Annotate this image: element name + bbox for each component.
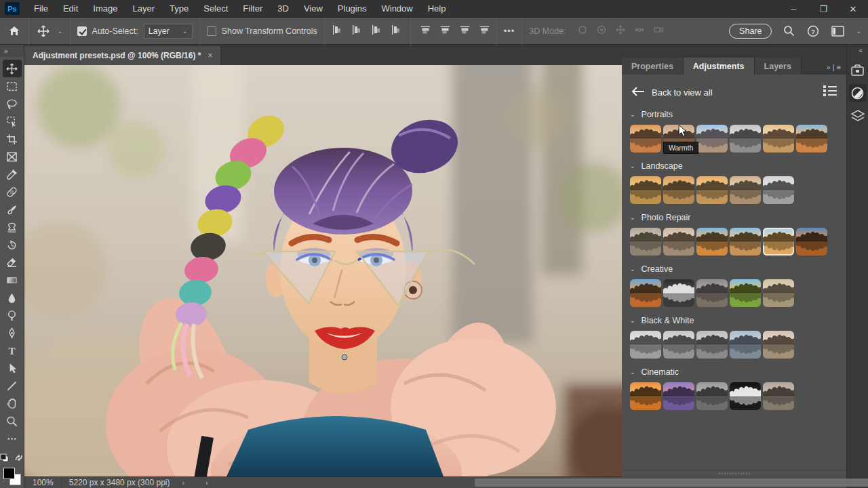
frame-tool[interactable]	[3, 148, 22, 165]
swap-colors-icon[interactable]	[14, 453, 24, 465]
status-nav-arrows[interactable]: › ‹	[176, 479, 217, 487]
auto-select-checkbox[interactable]	[77, 26, 87, 36]
preset-thumbnail[interactable]	[730, 228, 761, 256]
preset-thumbnail[interactable]	[730, 279, 761, 307]
section-title[interactable]: Photo Repair	[642, 213, 691, 222]
adjustments-panel-icon[interactable]	[849, 84, 867, 102]
preset-thumbnail[interactable]: Warmth	[663, 125, 694, 152]
menu-view[interactable]: View	[296, 0, 330, 17]
menu-filter[interactable]: Filter	[235, 0, 270, 17]
clone-stamp-tool[interactable]	[3, 218, 22, 236]
section-title[interactable]: Landscape	[642, 161, 683, 171]
preset-thumbnail[interactable]	[763, 125, 794, 152]
menu-layer[interactable]: Layer	[125, 0, 163, 17]
search-icon[interactable]	[781, 24, 796, 39]
section-title[interactable]: Black & White	[642, 316, 694, 325]
preset-thumbnail[interactable]	[630, 279, 661, 307]
more-options-icon[interactable]: •••	[497, 26, 522, 36]
close-button[interactable]: ✕	[838, 0, 868, 18]
zoom-level[interactable]: 100%	[24, 478, 62, 487]
crop-tool[interactable]	[3, 130, 22, 148]
align-bottom-icon[interactable]	[457, 26, 469, 36]
menu-3d[interactable]: 3D	[270, 0, 296, 17]
panel-menu-icons[interactable]: » | ≡	[826, 63, 841, 71]
preset-thumbnail[interactable]	[763, 382, 794, 410]
line-tool[interactable]	[3, 377, 22, 394]
panel-resize-grip[interactable]	[622, 470, 846, 476]
chevron-down-icon[interactable]: ⌄	[630, 111, 635, 118]
document-canvas[interactable]	[24, 65, 622, 476]
menu-select[interactable]: Select	[196, 0, 235, 17]
preset-thumbnail[interactable]	[730, 176, 761, 204]
show-transform-checkbox[interactable]	[207, 26, 216, 36]
eyedropper-tool[interactable]	[3, 165, 22, 183]
preset-thumbnail[interactable]	[730, 125, 761, 152]
3d-pan-icon[interactable]	[615, 24, 626, 38]
preset-thumbnail[interactable]	[663, 228, 694, 256]
preset-thumbnail[interactable]	[663, 176, 694, 204]
chevron-down-icon[interactable]: ⌄	[58, 28, 63, 35]
restore-button[interactable]: ❐	[808, 0, 838, 18]
preset-thumbnail[interactable]	[763, 228, 794, 256]
healing-brush-tool[interactable]	[3, 183, 22, 201]
brush-tool[interactable]	[3, 201, 22, 218]
preset-thumbnail[interactable]	[630, 331, 661, 359]
marquee-tool[interactable]	[3, 77, 22, 95]
menu-edit[interactable]: Edit	[56, 0, 85, 17]
history-brush-tool[interactable]	[3, 236, 22, 253]
workspace-switcher-icon[interactable]	[830, 24, 845, 39]
path-selection-tool[interactable]	[3, 359, 22, 377]
preset-thumbnail[interactable]	[696, 382, 728, 410]
3d-camera-icon[interactable]	[653, 24, 664, 38]
distribute-v-icon[interactable]	[477, 26, 489, 36]
chevron-down-icon[interactable]: ⌄	[630, 266, 635, 272]
3d-roll-icon[interactable]	[596, 24, 607, 38]
section-title[interactable]: Creative	[642, 264, 673, 274]
tab-adjustments[interactable]: Adjustments	[684, 58, 755, 75]
blur-tool[interactable]	[3, 289, 22, 306]
menu-window[interactable]: Window	[374, 0, 420, 17]
type-tool[interactable]: T	[3, 342, 22, 359]
section-title[interactable]: Cinematic	[642, 367, 679, 377]
document-tab[interactable]: Adjustment presets.psd @ 100% (RGB/16) *…	[24, 46, 221, 65]
chevron-down-icon[interactable]: ⌄	[630, 317, 635, 324]
preset-thumbnail[interactable]	[696, 228, 728, 256]
horizontal-scrollbar[interactable]	[475, 479, 868, 487]
preset-thumbnail[interactable]	[696, 279, 728, 307]
close-tab-icon[interactable]: ×	[208, 51, 212, 60]
chevron-down-icon[interactable]: ⌄	[630, 214, 635, 221]
object-selection-tool[interactable]	[3, 113, 22, 130]
align-right-icon[interactable]	[372, 25, 382, 37]
preset-thumbnail[interactable]	[763, 331, 794, 359]
preset-thumbnail[interactable]	[663, 382, 694, 410]
align-top-icon[interactable]	[418, 26, 430, 36]
auto-select-target-dropdown[interactable]: Layer ⌄	[144, 24, 193, 39]
chevron-down-icon[interactable]: ⌄	[856, 28, 861, 35]
3d-slide-icon[interactable]	[634, 24, 645, 38]
list-view-icon[interactable]	[823, 85, 837, 98]
home-icon[interactable]	[7, 24, 22, 39]
preset-thumbnail[interactable]	[696, 331, 728, 359]
back-arrow-icon[interactable]	[631, 87, 645, 98]
preset-thumbnail[interactable]	[630, 125, 661, 152]
preset-thumbnail[interactable]	[796, 228, 827, 256]
preset-thumbnail[interactable]	[630, 382, 661, 410]
back-to-view-all-label[interactable]: Back to view all	[652, 87, 713, 98]
move-tool[interactable]	[3, 60, 22, 77]
preset-thumbnail[interactable]	[763, 176, 794, 204]
dodge-tool[interactable]	[3, 306, 22, 324]
preset-thumbnail[interactable]	[696, 125, 728, 152]
preset-thumbnail[interactable]	[730, 331, 761, 359]
toolbar-collapse-icon[interactable]: »	[0, 45, 24, 57]
preset-thumbnail[interactable]	[796, 125, 827, 152]
menu-help[interactable]: Help	[420, 0, 454, 17]
align-h-edges-icon[interactable]	[392, 25, 402, 37]
layers-panel-icon[interactable]	[849, 107, 867, 125]
pen-tool[interactable]	[3, 324, 22, 342]
default-colors-icon[interactable]	[0, 453, 9, 465]
move-tool-icon[interactable]	[36, 24, 51, 39]
menu-type[interactable]: Type	[162, 0, 196, 17]
preset-thumbnail[interactable]	[696, 176, 728, 204]
chevron-down-icon[interactable]: ⌄	[630, 369, 635, 375]
zoom-tool[interactable]	[3, 412, 22, 430]
